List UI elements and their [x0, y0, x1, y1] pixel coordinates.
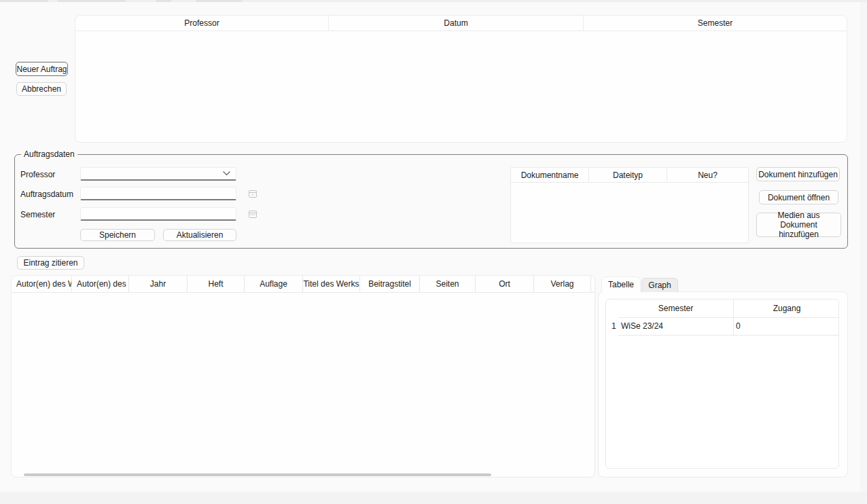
citations-table-body	[12, 293, 595, 459]
column-header-auflage[interactable]: Auflage	[245, 276, 303, 292]
cell-semester: WiSe 23/24	[621, 321, 663, 331]
cite-entry-button[interactable]: Eintrag zitieren	[17, 256, 84, 270]
column-header-heft[interactable]: Heft	[188, 276, 245, 292]
order-date-input[interactable]	[80, 187, 236, 200]
citations-table: Autor(en) des Werks Autor(en) des Beitra…	[11, 275, 595, 478]
update-button[interactable]: Aktualisieren	[163, 229, 236, 241]
column-header-datum[interactable]: Datum	[329, 16, 584, 31]
professor-combobox[interactable]	[80, 167, 236, 181]
cancel-button[interactable]: Abbrechen	[16, 82, 67, 96]
cell-zugang: 0	[736, 321, 741, 331]
groupbox-legend: Auftragsdaten	[21, 149, 77, 159]
window-top-edge-segment	[156, 0, 171, 2]
table-row[interactable]: 1 WiSe 23/24 0	[606, 317, 839, 335]
row-divider	[618, 335, 839, 336]
add-document-button[interactable]: Dokument hinzufügen	[756, 167, 840, 181]
orders-table: Professor Datum Semester	[75, 15, 847, 143]
column-header-neu[interactable]: Neu?	[667, 168, 748, 182]
new-order-button[interactable]: Neuer Auftrag	[16, 62, 68, 76]
window-top-edge-segment	[0, 0, 48, 2]
calendar-icon[interactable]	[247, 208, 258, 219]
citations-table-header: Autor(en) des Werks Autor(en) des Beitra…	[12, 276, 595, 293]
row-number: 1	[612, 321, 616, 331]
column-header-verlag[interactable]: Verlag	[534, 276, 591, 292]
column-header-titel-des-werks[interactable]: Titel des Werks	[303, 276, 360, 292]
tab-tabelle[interactable]: Tabelle	[601, 276, 641, 292]
save-button[interactable]: Speichern	[80, 229, 155, 241]
stats-table: Semester Zugang 1 WiSe 23/24 0	[605, 299, 839, 469]
professor-label: Professor	[20, 170, 55, 179]
chevron-down-icon	[223, 171, 230, 176]
documents-table: Dokumentname Dateityp Neu?	[510, 167, 749, 243]
column-header-beitragstitel[interactable]: Beitragstitel	[360, 276, 420, 292]
column-header-seiten[interactable]: Seiten	[420, 276, 476, 292]
column-header-professor[interactable]: Professor	[75, 16, 329, 31]
window-top-edge-segment	[196, 0, 242, 2]
documents-table-header: Dokumentname Dateityp Neu?	[511, 168, 748, 183]
open-document-button[interactable]: Dokument öffnen	[759, 190, 838, 204]
column-header-ort[interactable]: Ort	[476, 276, 534, 292]
tab-graph[interactable]: Graph	[641, 278, 678, 292]
column-header-dokumentname[interactable]: Dokumentname	[511, 168, 589, 182]
horizontal-scrollbar[interactable]	[24, 473, 491, 476]
window-right-gutter	[860, 2, 867, 492]
semester-label: Semester	[20, 210, 55, 219]
window-bottom-strip	[0, 492, 867, 504]
order-date-label: Auftragsdatum	[20, 190, 73, 199]
window-top-edge	[0, 0, 867, 2]
window-top-edge-segment	[58, 0, 126, 2]
column-header-autor-beitrag[interactable]: Autor(en) des Beitrags	[72, 276, 129, 292]
semester-input[interactable]	[80, 207, 236, 221]
column-header-zugang[interactable]: Zugang	[734, 300, 839, 317]
orders-table-body	[75, 31, 847, 142]
column-header-dateityp[interactable]: Dateityp	[589, 168, 667, 182]
calendar-icon[interactable]	[247, 187, 258, 199]
column-header-semester[interactable]: Semester	[618, 300, 733, 317]
add-media-from-document-button[interactable]: Medien aus Dokument hinzufügen	[756, 213, 841, 237]
app-window: Professor Datum Semester Neuer Auftrag A…	[0, 0, 867, 504]
column-header-semester[interactable]: Semester	[584, 16, 847, 31]
column-header-autor-werk[interactable]: Autor(en) des Werks	[12, 276, 72, 292]
citations-header-filler	[591, 276, 595, 292]
orders-table-header: Professor Datum Semester	[75, 16, 847, 31]
column-header-jahr[interactable]: Jahr	[129, 276, 188, 292]
documents-table-body	[511, 183, 748, 242]
